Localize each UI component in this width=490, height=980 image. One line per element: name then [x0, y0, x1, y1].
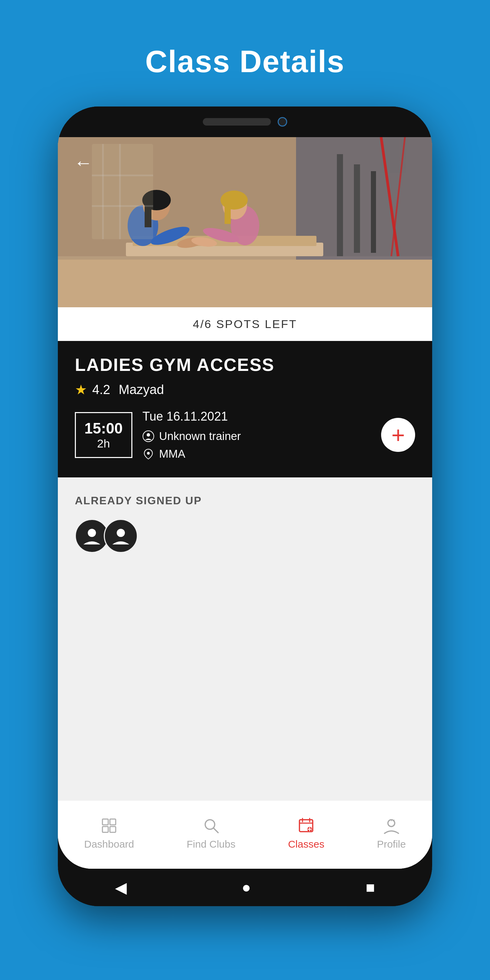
phone-camera: [278, 117, 287, 127]
location-pin-icon: [143, 448, 154, 460]
phone-frame: ← 4/6 SPOTS LEFT LADIES GYM ACCESS ★ 4.2…: [58, 107, 432, 906]
svg-point-30: [147, 452, 150, 455]
svg-rect-26: [92, 175, 153, 176]
find-clubs-icon: [202, 816, 221, 835]
trainer-row: Unknown trainer: [143, 430, 415, 443]
class-duration: 2h: [84, 437, 123, 450]
svg-rect-20: [224, 200, 231, 224]
bottom-nav: Dashboard Find Clubs: [58, 801, 432, 869]
trainer-name: Unknown trainer: [159, 430, 241, 443]
rating-row: ★ 4.2 Mazyad: [75, 382, 415, 398]
svg-rect-1: [58, 256, 432, 307]
svg-rect-35: [102, 827, 108, 832]
nav-label-dashboard: Dashboard: [84, 838, 134, 850]
phone-bottom-bar: ◀ ● ■: [58, 869, 432, 906]
nav-item-dashboard[interactable]: Dashboard: [70, 813, 148, 853]
profile-icon: [382, 816, 401, 835]
class-info-dark: LADIES GYM ACCESS ★ 4.2 Mazyad 15:00 2h …: [58, 341, 432, 477]
rating-value: 4.2: [92, 382, 110, 397]
classes-icon: [297, 816, 315, 835]
avatars-row: [75, 519, 415, 553]
svg-rect-25: [119, 144, 121, 239]
svg-line-38: [213, 828, 218, 833]
class-date: Tue 16.11.2021: [143, 409, 415, 424]
already-signed-up-label: ALREADY SIGNED UP: [75, 495, 415, 507]
home-hardware-button[interactable]: ●: [242, 878, 251, 896]
svg-rect-4: [337, 154, 343, 256]
avatar-2: [104, 519, 138, 553]
svg-point-29: [147, 433, 150, 437]
svg-point-31: [88, 529, 96, 537]
nav-label-profile: Profile: [377, 838, 406, 850]
page-title: Class Details: [145, 44, 345, 79]
user-avatar-icon-2: [109, 524, 133, 548]
hero-image: ←: [58, 137, 432, 307]
trainer-icon: [143, 430, 154, 442]
plus-icon: +: [391, 423, 405, 447]
phone-speaker: [203, 118, 271, 126]
phone-screen: ← 4/6 SPOTS LEFT LADIES GYM ACCESS ★ 4.2…: [58, 137, 432, 869]
schedule-row: 15:00 2h Tue 16.11.2021 Unknown trainer: [75, 409, 415, 460]
svg-point-32: [117, 529, 125, 537]
class-time: 15:00: [84, 420, 123, 437]
time-box: 15:00 2h: [75, 412, 132, 458]
nav-item-classes[interactable]: Classes: [274, 813, 338, 853]
spots-bar: 4/6 SPOTS LEFT: [58, 307, 432, 341]
location-name: Mazyad: [119, 382, 164, 397]
schedule-details: Tue 16.11.2021 Unknown trainer: [143, 409, 415, 460]
svg-rect-33: [102, 819, 108, 825]
back-hardware-button[interactable]: ◀: [115, 878, 127, 897]
nav-label-find-clubs: Find Clubs: [187, 838, 235, 850]
star-icon: ★: [75, 382, 87, 398]
recent-hardware-button[interactable]: ■: [366, 878, 375, 896]
dashboard-icon: [100, 816, 118, 835]
nav-item-find-clubs[interactable]: Find Clubs: [173, 813, 249, 853]
back-button[interactable]: ←: [72, 151, 95, 175]
svg-rect-24: [102, 144, 104, 239]
nav-item-profile[interactable]: Profile: [363, 813, 420, 853]
svg-rect-5: [354, 164, 360, 253]
back-arrow-icon: ←: [74, 153, 93, 172]
discipline-name: MMA: [159, 447, 185, 460]
content-area: ALREADY SIGNED UP: [58, 477, 432, 801]
nav-label-classes: Classes: [288, 838, 324, 850]
class-name: LADIES GYM ACCESS: [75, 355, 415, 375]
user-avatar-icon-1: [80, 524, 104, 548]
svg-rect-34: [110, 819, 116, 825]
svg-rect-27: [92, 205, 153, 207]
svg-rect-23: [92, 144, 153, 239]
svg-rect-6: [371, 171, 376, 253]
svg-rect-36: [110, 827, 116, 832]
phone-top-bar: [58, 107, 432, 137]
add-class-button[interactable]: +: [381, 418, 415, 452]
discipline-row: MMA: [143, 447, 415, 460]
